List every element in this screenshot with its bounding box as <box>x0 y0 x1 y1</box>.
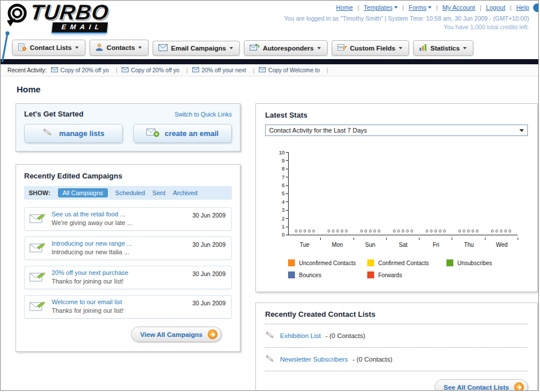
app-logo[interactable]: TURBO EMAIL <box>5 2 109 33</box>
campaign-subject: Thanks for joining our list! <box>52 307 187 314</box>
link-help[interactable]: Help <box>516 4 529 11</box>
bar-value-labels: 0 0 0 0 0 <box>452 228 485 234</box>
bar-value-labels: 0 0 0 0 0 <box>485 228 518 234</box>
campaign-date: 30 Jun 2009 <box>192 270 226 277</box>
header-utility: Home Templates Forms My Account Logout H… <box>284 4 529 30</box>
nav-email-campaigns[interactable]: Email Campaigns <box>153 41 240 56</box>
recent-activity-item[interactable]: Copy of Welcome to <box>259 67 328 73</box>
recent-campaigns-panel: Recently Edited Campaigns SHOW: All Camp… <box>15 164 240 352</box>
login-info: You are logged in as "Timothy Smith" | S… <box>284 15 529 22</box>
tab-all-campaigns[interactable]: All Campaigns <box>58 188 108 197</box>
contacts-icon <box>95 43 103 52</box>
contact-list-row[interactable]: Exhibition List - (0 Contacts) <box>265 329 528 342</box>
campaign-title-link[interactable]: 20% off your next purchase <box>52 269 187 276</box>
nav-contact-lists[interactable]: Contact Lists <box>12 40 86 56</box>
chevron-down-icon <box>428 6 432 9</box>
logo-subtitle: EMAIL <box>52 22 108 33</box>
custom-fields-icon <box>337 44 347 52</box>
legend-forwards: Forwards <box>367 271 446 278</box>
contact-list-link[interactable]: Newsletter Subscribers <box>280 356 348 363</box>
envelope-icon <box>259 67 266 73</box>
link-forms[interactable]: Forms <box>409 4 426 11</box>
stats-activity-select[interactable]: Contact Activity for the Last 7 Days <box>265 125 528 136</box>
chevron-down-icon <box>317 47 321 49</box>
campaign-row[interactable]: See us at the retail food ... We're givi… <box>24 207 232 231</box>
link-home[interactable]: Home <box>336 4 353 11</box>
button-label: View All Campaigns <box>140 331 203 338</box>
campaign-filter-tabs: SHOW: All Campaigns Scheduled Sent Archi… <box>24 186 232 200</box>
recent-activity-item[interactable]: Copy of 20% off yo <box>122 67 188 73</box>
logo-swirl-icon <box>5 2 29 30</box>
campaign-row[interactable]: 20% off your next purchase Thanks for jo… <box>24 266 232 289</box>
bar-value-labels: 0 0 0 0 0 <box>321 228 354 234</box>
campaign-title-link[interactable]: Welcome to our email list <box>52 298 187 305</box>
nav-statistics[interactable]: Statistics <box>413 40 473 56</box>
legend-unconfirmed: Unconfirmed Contacts <box>288 259 367 266</box>
legend-swatch <box>288 271 295 278</box>
nav-contacts[interactable]: Contacts <box>90 40 149 56</box>
activity-text: Copy of Welcome to <box>268 67 320 73</box>
campaign-row[interactable]: Introducing our new range ... Introducin… <box>24 236 232 260</box>
legend-swatch <box>288 259 295 266</box>
see-all-contact-lists-button[interactable]: See All Contact Lists <box>434 379 528 391</box>
nav-autoresponders[interactable]: Autoresponders <box>244 40 328 56</box>
button-label: See All Contact Lists <box>444 384 509 391</box>
view-all-campaigns-button[interactable]: View All Campaigns <box>131 327 222 342</box>
contact-list-count: - (0 Contacts) <box>352 356 393 363</box>
campaign-subject: Thanks for joining our list! <box>52 278 187 285</box>
create-email-button[interactable]: create an email <box>133 124 232 143</box>
nav-custom-fields[interactable]: Custom Fields <box>332 40 409 56</box>
envelope-pencil-icon <box>29 240 46 256</box>
bar-value-labels: 0 0 0 0 0 <box>289 228 321 234</box>
recent-activity-label: Recent Activity: <box>7 67 46 73</box>
campaign-subject: Introducing our new Italia ... <box>52 249 187 255</box>
envelope-pencil-icon <box>29 269 46 285</box>
get-started-panel: Let's Get Started Switch to Quick Links … <box>15 103 240 152</box>
recent-activity-item[interactable]: 20% off your next <box>192 67 254 73</box>
recent-activity-bar: Recent Activity: Copy of 20% off yo Copy… <box>1 64 538 76</box>
link-my-account[interactable]: My Account <box>442 4 475 11</box>
contact-activity-chart: 10 9 8 7 6 5 4 3 2 1 0 <box>275 152 528 248</box>
bar-value-labels: 0 0 0 0 0 <box>387 228 419 234</box>
campaign-row[interactable]: Welcome to our email list Thanks for joi… <box>24 295 232 319</box>
link-templates[interactable]: Templates <box>364 4 393 11</box>
envelope-plus-icon <box>146 128 160 139</box>
button-label: create an email <box>165 129 219 138</box>
stats-panel-title: Latest Stats <box>265 111 528 119</box>
legend-swatch <box>367 259 374 266</box>
top-links: Home Templates Forms My Account Logout H… <box>284 4 529 11</box>
tab-archived[interactable]: Archived <box>173 189 197 196</box>
nav-label: Custom Fields <box>350 45 395 52</box>
statistics-icon <box>419 44 427 52</box>
show-label: SHOW: <box>29 189 50 196</box>
tab-sent[interactable]: Sent <box>153 189 166 196</box>
bar-value-labels: 0 0 0 0 0 <box>419 228 452 234</box>
activity-text: Copy of 20% off yo <box>131 67 179 73</box>
pencil-icon <box>265 354 275 364</box>
campaign-list: See us at the retail food ... We're givi… <box>24 207 232 319</box>
nav-label: Statistics <box>430 45 460 52</box>
contact-list-link[interactable]: Exhibition List <box>280 332 321 339</box>
legend-swatch <box>367 271 374 278</box>
chevron-down-icon <box>519 129 524 132</box>
chart-y-axis: 10 9 8 7 6 5 4 3 2 1 0 <box>275 150 288 238</box>
page-title: Home <box>17 84 523 94</box>
divider <box>265 347 528 348</box>
legend-confirmed: Confirmed Contacts <box>367 259 446 266</box>
arrow-right-icon <box>514 382 524 391</box>
tab-scheduled[interactable]: Scheduled <box>115 189 145 196</box>
manage-lists-button[interactable]: manage lists <box>24 124 123 143</box>
contact-list-row[interactable]: Newsletter Subscribers - (0 Contacts) <box>265 353 528 366</box>
legend-swatch <box>446 259 453 266</box>
envelope-icon <box>122 67 129 73</box>
campaign-title-link[interactable]: See us at the retail food ... <box>52 211 187 218</box>
campaign-title-link[interactable]: Introducing our new range ... <box>52 240 187 247</box>
link-logout[interactable]: Logout <box>486 4 506 11</box>
nav-label: Contact Lists <box>30 44 72 51</box>
pencil-icon <box>42 128 54 139</box>
legend-unsubscribes: Unsubscribes <box>446 259 526 266</box>
recent-activity-item[interactable]: Copy of 20% off yo <box>51 67 117 73</box>
switch-quick-links[interactable]: Switch to Quick Links <box>174 111 232 118</box>
button-label: manage lists <box>59 129 104 138</box>
campaign-subject: We're giving away our late ... <box>52 219 187 226</box>
